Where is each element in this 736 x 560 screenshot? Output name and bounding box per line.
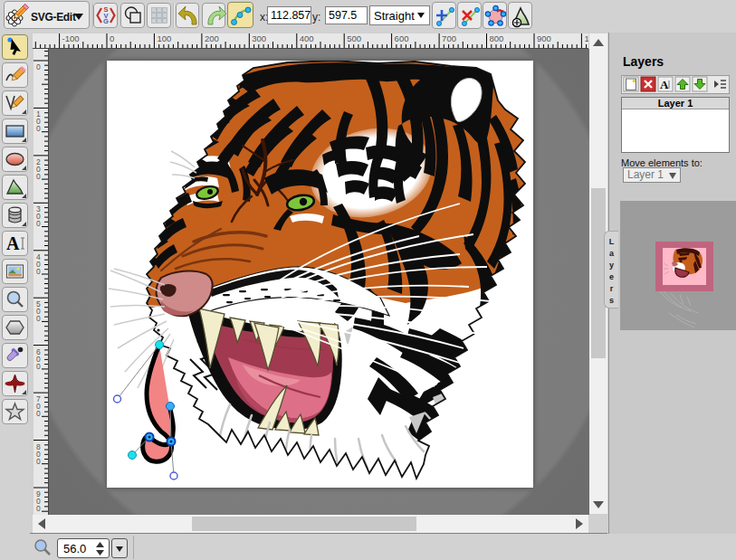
svg-text:0: 0 bbox=[36, 362, 41, 371]
svg-text:400: 400 bbox=[300, 33, 314, 43]
svg-text:800: 800 bbox=[490, 33, 504, 43]
svg-text:500: 500 bbox=[347, 33, 361, 43]
svg-text:0: 0 bbox=[36, 409, 41, 418]
svg-text:A: A bbox=[6, 233, 20, 253]
svg-text:100: 100 bbox=[157, 33, 171, 43]
svg-text:0: 0 bbox=[36, 219, 41, 228]
svg-text:300: 300 bbox=[252, 33, 266, 43]
svg-text:600: 600 bbox=[395, 33, 409, 43]
svg-text:200: 200 bbox=[205, 33, 219, 43]
svg-text:100: 100 bbox=[584, 33, 588, 43]
svg-text:G: G bbox=[103, 17, 109, 25]
svg-text:0: 0 bbox=[36, 267, 41, 276]
svg-text:0: 0 bbox=[36, 314, 41, 323]
svg-text:0: 0 bbox=[36, 124, 41, 133]
svg-text:0: 0 bbox=[110, 33, 114, 43]
svg-text:700: 700 bbox=[442, 33, 456, 43]
svg-text:0: 0 bbox=[36, 457, 41, 466]
svg-text:0: 0 bbox=[36, 172, 41, 181]
svg-text:0: 0 bbox=[36, 62, 41, 71]
svg-text:A: A bbox=[660, 78, 669, 91]
svg-text:-100: -100 bbox=[62, 33, 80, 43]
svg-text:0: 0 bbox=[36, 504, 41, 513]
svg-text:900: 900 bbox=[537, 33, 551, 43]
